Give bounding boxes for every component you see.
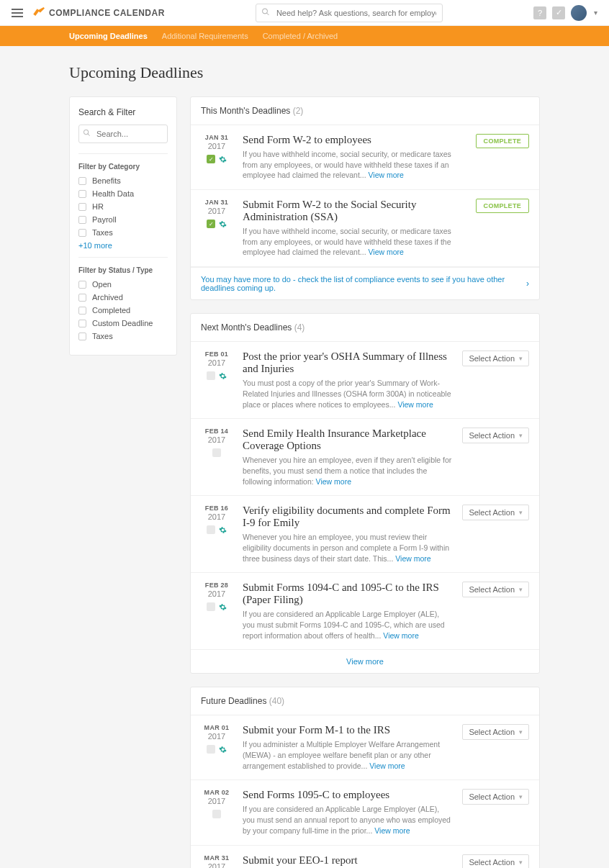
view-more-link[interactable]: View more: [383, 631, 418, 640]
filter-category-taxes[interactable]: Taxes: [78, 228, 168, 237]
checkbox-icon[interactable]: [78, 307, 86, 315]
gear-icon[interactable]: [218, 745, 227, 754]
view-more-link[interactable]: View more: [374, 826, 410, 835]
deadline-row: JAN 312017✓Submit Form W-2 to the Social…: [191, 190, 539, 267]
checkbox-icon[interactable]: [78, 190, 86, 198]
more-categories-link[interactable]: +10 more: [78, 241, 168, 250]
view-more-link[interactable]: View more: [369, 248, 404, 256]
deadline-description: You must post a copy of the prior year's…: [243, 378, 452, 410]
filter-status-taxes[interactable]: Taxes: [78, 332, 168, 340]
svg-point-0: [262, 9, 267, 14]
checkbox-icon[interactable]: [78, 333, 86, 340]
deadline-date: FEB 142017: [201, 428, 233, 457]
deadline-row: MAR 012017Submit your Form M-1 to the IR…: [191, 715, 539, 780]
checkbox-icon[interactable]: [78, 177, 86, 185]
checkbox-icon[interactable]: [78, 294, 86, 302]
deadline-row: FEB 142017Send Emily Health Insurance Ma…: [191, 419, 539, 496]
deadline-date: MAR 022017: [201, 789, 233, 818]
tasks-icon[interactable]: ✓: [552, 6, 565, 19]
deadline-description: If you are considered an Applicable Larg…: [243, 804, 452, 836]
gear-icon[interactable]: [218, 155, 227, 163]
select-action-dropdown[interactable]: Select Action▾: [462, 854, 529, 869]
filter-status-open[interactable]: Open: [78, 280, 168, 289]
checkbox-icon[interactable]: [78, 229, 86, 237]
note-icon: [207, 602, 215, 611]
tab-completed-archived[interactable]: Completed / Archived: [263, 26, 338, 46]
gear-icon[interactable]: [218, 220, 227, 228]
checkbox-icon[interactable]: [78, 203, 86, 211]
check-icon: ✓: [207, 155, 215, 163]
svg-line-1: [266, 13, 269, 15]
deadline-description: If you are considered an Applicable Larg…: [243, 609, 452, 641]
select-action-dropdown[interactable]: Select Action▾: [462, 351, 529, 366]
deadline-date: MAR 312017: [201, 854, 233, 869]
sidebar-search-input[interactable]: [78, 125, 168, 143]
filter-sidebar: Search & Filter Filter by Category Benef…: [69, 96, 177, 356]
view-more-link[interactable]: View more: [369, 761, 405, 770]
filter-category-payroll[interactable]: Payroll: [78, 215, 168, 224]
deadline-date: FEB 012017: [201, 351, 233, 380]
gear-icon[interactable]: [218, 525, 227, 534]
view-more-link[interactable]: View more: [395, 554, 430, 563]
checkbox-icon[interactable]: [78, 216, 86, 224]
help-icon[interactable]: ?: [533, 6, 546, 19]
deadline-title: Submit Forms 1094-C and 1095-C to the IR…: [243, 582, 452, 606]
select-action-dropdown[interactable]: Select Action▾: [462, 428, 529, 443]
global-search-input[interactable]: [256, 4, 443, 22]
deadline-description: If you have withheld income, social secu…: [243, 149, 466, 181]
filter-category-health-data[interactable]: Health Data: [78, 189, 168, 198]
deadline-date: MAR 012017: [201, 724, 233, 754]
deadline-title: Submit Form W-2 to the Social Security A…: [243, 199, 466, 223]
app-logo: COMPLIANCE CALENDAR: [32, 5, 165, 20]
deadline-title: Send Emily Health Insurance Marketplace …: [243, 428, 452, 452]
note-icon: [207, 525, 215, 534]
tab-additional-requirements[interactable]: Additional Requirements: [162, 26, 248, 46]
this-month-panel: This Month's Deadlines (2)JAN 312017✓Sen…: [190, 96, 540, 300]
checkbox-icon[interactable]: [78, 320, 86, 327]
page-title: Upcoming Deadlines: [69, 63, 540, 82]
select-action-dropdown[interactable]: Select Action▾: [462, 505, 529, 520]
panel-view-more[interactable]: View more: [191, 650, 539, 673]
avatar[interactable]: [571, 5, 587, 21]
deadline-title: Send Form W-2 to employees: [243, 134, 466, 146]
note-icon: [207, 371, 215, 380]
deadline-row: MAR 022017Send Forms 1095-C to employees…: [191, 780, 539, 845]
gear-icon[interactable]: [218, 371, 227, 380]
deadline-description: If you administer a Multiple Employer We…: [243, 739, 452, 771]
tab-upcoming-deadlines[interactable]: Upcoming Deadlines: [69, 26, 148, 46]
gear-icon[interactable]: [218, 602, 227, 611]
hamburger-menu-icon[interactable]: [12, 9, 23, 17]
view-more-link[interactable]: View more: [369, 171, 404, 179]
chevron-down-icon: ▾: [519, 728, 523, 736]
filter-category-benefits[interactable]: Benefits: [78, 176, 168, 185]
filter-status-label: Filter by Status / Type: [78, 266, 168, 274]
deadline-description: If you have withheld income, social secu…: [243, 226, 466, 258]
app-name: COMPLIANCE CALENDAR: [49, 8, 165, 18]
more-deadlines-hint[interactable]: You may have more to do - check the list…: [191, 267, 539, 299]
deadline-row: FEB 012017Post the prior year's OSHA Sum…: [191, 342, 539, 419]
view-more-link[interactable]: View more: [316, 477, 351, 486]
sidebar-title: Search & Filter: [78, 107, 168, 117]
check-icon: ✓: [207, 220, 215, 228]
deadline-title: Post the prior year's OSHA Summary of Il…: [243, 351, 452, 375]
select-action-dropdown[interactable]: Select Action▾: [462, 724, 529, 740]
select-action-dropdown[interactable]: Select Action▾: [462, 582, 529, 597]
select-action-dropdown[interactable]: Select Action▾: [462, 789, 529, 805]
view-more-link[interactable]: View more: [397, 400, 433, 409]
filter-status-completed[interactable]: Completed: [78, 306, 168, 315]
search-icon: [83, 129, 91, 139]
filter-category-label: Filter by Category: [78, 163, 168, 171]
filter-status-custom-deadline[interactable]: Custom Deadline: [78, 319, 168, 327]
chevron-down-icon: ▾: [519, 859, 523, 866]
filter-status-archived[interactable]: Archived: [78, 293, 168, 302]
complete-badge: COMPLETE: [476, 199, 529, 213]
deadline-row: FEB 282017Submit Forms 1094-C and 1095-C…: [191, 573, 539, 650]
chevron-down-icon: ▾: [519, 432, 523, 439]
deadline-date: JAN 312017✓: [201, 134, 233, 163]
filter-category-hr[interactable]: HR: [78, 202, 168, 211]
panel-header: Future Deadlines (40): [191, 687, 539, 715]
chevron-down-icon[interactable]: ▾: [594, 9, 597, 17]
search-icon: [261, 7, 270, 18]
checkbox-icon[interactable]: [78, 281, 86, 289]
deadline-title: Submit your EEO-1 report: [243, 854, 452, 867]
